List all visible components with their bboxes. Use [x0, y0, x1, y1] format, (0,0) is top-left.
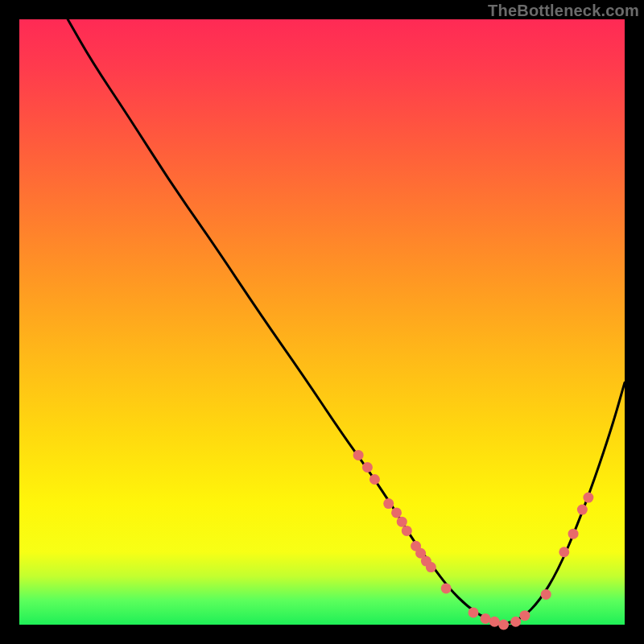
curve-marker [559, 547, 569, 557]
curve-marker [498, 620, 509, 630]
curve-marker [391, 507, 402, 518]
curve-marker [402, 526, 412, 536]
curve-marker [541, 589, 551, 600]
bottleneck-curve [68, 19, 625, 623]
curve-marker [397, 517, 407, 527]
curve-marker [568, 529, 579, 539]
curve-marker [583, 493, 593, 503]
curve-marker [510, 617, 521, 627]
curve-marker [441, 583, 452, 593]
curve-marker [481, 613, 491, 624]
chart-svg [19, 19, 625, 625]
curve-marker [489, 617, 500, 627]
curve-marker [577, 505, 588, 515]
curve-marker [426, 562, 436, 572]
curve-marker [383, 498, 394, 509]
curve-marker [362, 462, 373, 473]
curve-markers [353, 450, 594, 630]
curve-marker [353, 450, 364, 460]
curve-marker [469, 607, 479, 617]
curve-marker [519, 610, 530, 621]
curve-marker [369, 474, 380, 485]
watermark-text: TheBottleneck.com [488, 2, 639, 20]
